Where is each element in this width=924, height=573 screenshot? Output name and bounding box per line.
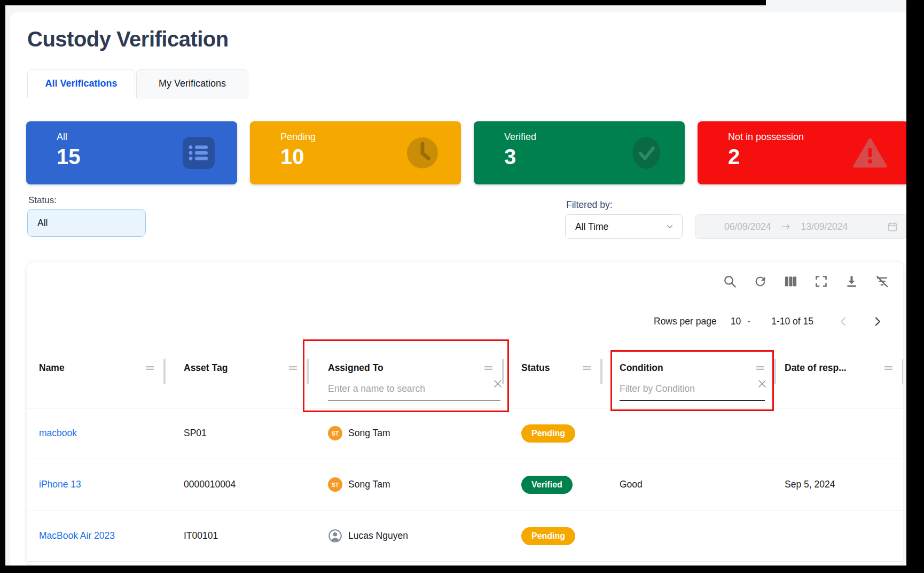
column-label: Date of resp... [785,362,847,374]
stat-card-label: All [57,131,67,143]
table-row[interactable]: MacBook Air 2023IT00101Lucas NguyenPendi… [27,510,903,562]
rows-per-page-label: Rows per page [654,316,717,327]
assigned-to-filter-input[interactable] [328,381,500,401]
rows-per-page-value: 10 [731,316,741,327]
asset-tag-cell: SP01 [165,428,308,439]
tab-all-verifications[interactable]: All Verifications [27,69,135,98]
status-cell: Pending [503,527,601,545]
warning-triangle-icon [853,136,887,170]
tab-label: My Verifications [159,78,226,89]
status-cell: Pending [503,424,601,443]
column-label: Assigned To [328,362,383,374]
tab-my-verifications[interactable]: My Verifications [136,69,248,98]
condition-cell: Good [601,479,775,490]
calendar-icon [887,221,898,233]
stat-card-value: 3 [504,145,516,169]
stat-card-value: 10 [280,145,304,169]
check-circle-icon [629,136,663,170]
asset-link[interactable]: iPhone 13 [39,479,81,490]
search-icon[interactable] [723,274,737,289]
avatar: ST [328,426,342,440]
column-label: Asset Tag [184,362,228,374]
date-to-value: 13/09/2024 [801,221,848,233]
main-card: Custody Verification All VerificationsMy… [10,12,906,566]
status-badge: Pending [521,527,575,545]
drag-handle-icon[interactable] [144,362,156,374]
column-header-condition[interactable]: Condition [601,348,775,408]
pagination-range: 1-10 of 15 [771,316,813,327]
list-icon [182,136,216,170]
drag-handle-icon[interactable] [287,362,299,374]
assigned-to-filter [328,381,500,401]
drag-handle-icon[interactable] [754,362,766,374]
chevron-left-icon [838,316,849,327]
stat-card-value: 15 [57,145,81,169]
column-header-name[interactable]: Name [27,348,165,408]
assigned-to-name: Song Tam [348,479,390,490]
asset-link[interactable]: MacBook Air 2023 [39,530,115,541]
filter-off-icon[interactable] [875,274,889,289]
condition-filter-input[interactable] [620,381,765,401]
stat-card-not-in-possession[interactable]: Not in possession2 [698,121,906,184]
caret-down-icon [746,319,752,325]
table-toolbar [723,274,889,289]
stat-card-all[interactable]: All15 [26,121,237,184]
fullscreen-icon[interactable] [814,274,828,289]
asset-link[interactable]: macbook [39,428,77,439]
table-card: Rows per page 10 1-10 of 15 NameAsset Ta… [27,262,903,565]
drag-handle-icon[interactable] [581,362,593,374]
clear-icon[interactable] [756,378,768,390]
tab-label: All Verifications [45,78,117,89]
asset-tag-cell: 0000010004 [165,479,308,490]
tab-bar: All VerificationsMy Verifications [27,69,248,98]
stat-card-label: Pending [280,131,316,143]
app-background: Custody Verification All VerificationsMy… [5,0,906,566]
table-row[interactable]: iPhone 130000010004STSong TamVerifiedGoo… [27,459,903,510]
arrow-right-icon [781,221,792,232]
refresh-icon[interactable] [753,274,768,289]
rows-per-page-select[interactable]: 10 [731,316,752,327]
asset-tag-cell: IT00101 [165,530,308,541]
previous-page-button[interactable] [838,316,849,327]
pagination-bar: Rows per page 10 1-10 of 15 [654,316,885,327]
date-range-input[interactable]: 06/09/2024 13/09/2024 [695,214,906,239]
stat-card-verified[interactable]: Verified3 [474,121,685,184]
column-header-date-of-resp[interactable]: Date of resp... [775,348,903,408]
clock-icon [405,136,440,170]
stat-card-value: 2 [728,145,740,169]
column-separator[interactable] [902,359,903,384]
column-header-status[interactable]: Status [503,348,601,408]
page-title: Custody Verification [27,27,229,51]
table-row[interactable]: macbookSP01STSong TamPending [27,408,903,459]
date-from-value: 06/09/2024 [724,221,771,233]
table-body: macbookSP01STSong TamPendingiPhone 13000… [27,408,903,562]
stat-card-label: Verified [504,131,536,143]
column-header-assigned-to[interactable]: Assigned To [308,348,503,408]
column-label: Condition [620,362,663,374]
window-chrome-bar [0,0,766,5]
status-select-value: All [37,218,48,229]
drag-handle-icon[interactable] [882,362,895,374]
assigned-to-cell: Lucas Nguyen [308,529,503,543]
stat-card-label: Not in possession [728,131,804,143]
status-badge: Verified [521,476,573,494]
stat-cards-row: All15Pending10Verified3Not in possession… [26,121,906,184]
time-filter-value: All Time [575,221,608,233]
assigned-to-cell: STSong Tam [308,477,503,492]
columns-icon[interactable] [784,274,798,289]
assigned-to-cell: STSong Tam [308,426,503,440]
filtered-by-label: Filtered by: [566,199,613,211]
status-cell: Verified [503,476,601,494]
time-filter-select[interactable]: All Time [565,214,683,239]
date-cell: Sep 5, 2024 [775,479,903,490]
stat-card-pending[interactable]: Pending10 [250,121,461,184]
avatar: ST [328,477,342,492]
column-header-asset-tag[interactable]: Asset Tag [165,348,308,408]
column-label: Name [39,362,65,374]
status-filter-label: Status: [28,195,57,206]
condition-filter [620,381,765,401]
drag-handle-icon[interactable] [482,362,495,374]
status-select[interactable]: All [27,209,146,237]
next-page-button[interactable] [872,316,883,327]
download-icon[interactable] [844,274,859,289]
